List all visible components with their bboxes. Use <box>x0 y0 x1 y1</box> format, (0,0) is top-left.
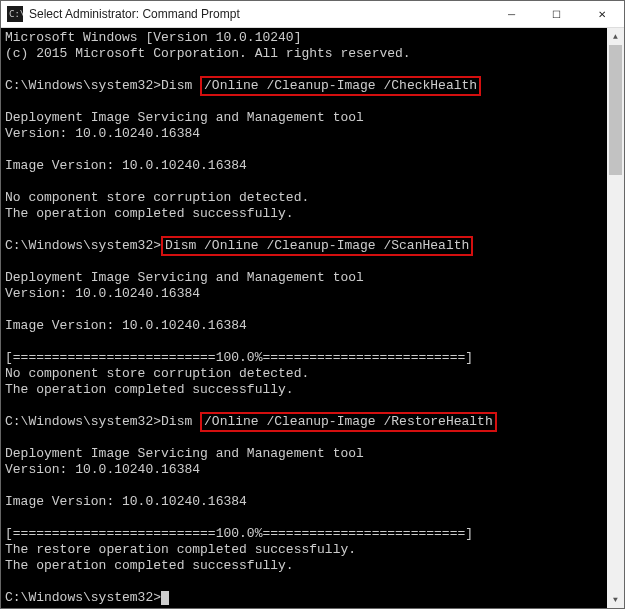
scroll-thumb[interactable] <box>609 45 622 175</box>
maximize-button[interactable]: ☐ <box>534 1 579 27</box>
progress-bar: [==========================100.0%=======… <box>5 526 473 541</box>
output-line: The restore operation completed successf… <box>5 542 356 557</box>
output-line: Image Version: 10.0.10240.16384 <box>5 318 247 333</box>
svg-text:C:\: C:\ <box>9 9 23 19</box>
cmd-icon: C:\ <box>7 6 23 22</box>
output-line: Version: 10.0.10240.16384 <box>5 126 200 141</box>
minimize-button[interactable]: ─ <box>489 1 534 27</box>
highlight-box: Dism /Online /Cleanup-Image /ScanHealth <box>161 236 473 256</box>
output-line: Deployment Image Servicing and Managemen… <box>5 270 364 285</box>
window-title: Select Administrator: Command Prompt <box>29 7 489 21</box>
highlight-box: /Online /Cleanup-Image /CheckHealth <box>200 76 481 96</box>
output-line: Image Version: 10.0.10240.16384 <box>5 158 247 173</box>
scroll-up-arrow[interactable]: ▲ <box>607 28 624 45</box>
highlight-box: /Online /Cleanup-Image /RestoreHealth <box>200 412 497 432</box>
prompt-path: C:\Windows\system32> <box>5 238 161 253</box>
prompt-path: C:\Windows\system32> <box>5 414 161 429</box>
prompt-path: C:\Windows\system32> <box>5 78 161 93</box>
console-output[interactable]: Microsoft Windows [Version 10.0.10240] (… <box>1 28 607 608</box>
titlebar[interactable]: C:\ Select Administrator: Command Prompt… <box>1 1 624 28</box>
scroll-down-arrow[interactable]: ▼ <box>607 591 624 608</box>
output-line: Deployment Image Servicing and Managemen… <box>5 446 364 461</box>
output-line: Deployment Image Servicing and Managemen… <box>5 110 364 125</box>
output-line: Microsoft Windows [Version 10.0.10240] <box>5 30 301 45</box>
window-controls: ─ ☐ ✕ <box>489 1 624 27</box>
output-line: The operation completed successfully. <box>5 206 294 221</box>
command-text: Dism <box>161 414 200 429</box>
progress-bar: [==========================100.0%=======… <box>5 350 473 365</box>
output-line: Version: 10.0.10240.16384 <box>5 286 200 301</box>
prompt-path: C:\Windows\system32> <box>5 590 161 605</box>
console-area: Microsoft Windows [Version 10.0.10240] (… <box>1 28 624 608</box>
command-text: Dism <box>161 78 200 93</box>
close-button[interactable]: ✕ <box>579 1 624 27</box>
output-line: No component store corruption detected. <box>5 190 309 205</box>
output-line: Version: 10.0.10240.16384 <box>5 462 200 477</box>
output-line: The operation completed successfully. <box>5 382 294 397</box>
output-line: No component store corruption detected. <box>5 366 309 381</box>
output-line: (c) 2015 Microsoft Corporation. All righ… <box>5 46 411 61</box>
command-prompt-window: C:\ Select Administrator: Command Prompt… <box>0 0 625 609</box>
vertical-scrollbar[interactable]: ▲ ▼ <box>607 28 624 608</box>
text-cursor <box>161 591 169 605</box>
output-line: The operation completed successfully. <box>5 558 294 573</box>
output-line: Image Version: 10.0.10240.16384 <box>5 494 247 509</box>
